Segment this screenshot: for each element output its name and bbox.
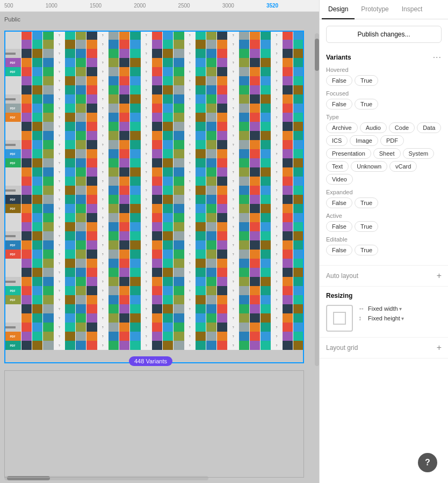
variant-group-focused: Focused False True xyxy=(326,90,442,109)
variant-label-type: Type xyxy=(326,114,442,120)
pill-expanded-false[interactable]: False xyxy=(326,197,352,208)
pill-type-data[interactable]: Data xyxy=(417,122,441,133)
ruler-mark: 2000 xyxy=(134,3,146,9)
auto-layout-header: Auto layout + xyxy=(326,271,442,281)
canvas-inner: ??????????????????PDF??????PDF??????????… xyxy=(4,31,304,350)
variant-group-hovered: Hovered False True xyxy=(326,67,442,86)
pill-type-unknown[interactable]: Unknown xyxy=(351,161,387,172)
variant-pills-focused: False True xyxy=(326,99,442,109)
pill-type-system[interactable]: System xyxy=(403,148,435,159)
ruler-mark: 1500 xyxy=(90,3,102,9)
layout-grid-title: Layout grid xyxy=(326,344,358,352)
horizontal-scrollbar-thumb[interactable] xyxy=(7,476,50,480)
variant-group-type: Type Archive Audio Code Data ICS Image P… xyxy=(326,114,442,185)
pill-type-audio[interactable]: Audio xyxy=(360,122,387,133)
bottom-frame-border xyxy=(4,370,304,478)
ruler-mark: 1000 xyxy=(46,3,57,9)
tab-inspect[interactable]: Inspect xyxy=(395,0,429,19)
variant-pills-hovered: False True xyxy=(326,75,442,86)
variants-badge: 448 Variants xyxy=(129,356,172,366)
ruler-mark: 500 xyxy=(4,3,13,9)
variant-pills-active: False True xyxy=(326,221,442,232)
ruler-mark-accent: 3520 xyxy=(266,3,278,9)
pill-editable-true[interactable]: True xyxy=(355,245,378,255)
ruler: 500 1000 1500 2000 2500 3000 3520 xyxy=(0,0,319,12)
resizing-title: Resizing xyxy=(326,292,442,299)
public-label: Public xyxy=(4,16,20,23)
publish-button[interactable]: Publish changes... xyxy=(326,26,442,43)
ruler-mark: 2500 xyxy=(178,3,190,9)
ruler-mark: 3000 xyxy=(222,3,234,9)
variant-label-hovered: Hovered xyxy=(326,67,442,73)
variant-group-active: Active False True xyxy=(326,213,442,232)
resizing-content: ↔ Fixed width ▾ ↕ Fixed height ▾ xyxy=(326,305,442,332)
resize-row-height: ↕ Fixed height ▾ xyxy=(358,314,442,322)
layout-grid-add-icon[interactable]: + xyxy=(437,343,442,353)
pill-type-image[interactable]: Image xyxy=(350,135,378,146)
variant-label-expanded: Expanded xyxy=(326,189,442,195)
resize-preview-box xyxy=(326,305,353,332)
pill-expanded-true[interactable]: True xyxy=(355,197,378,208)
right-panel: Design Prototype Inspect Publish changes… xyxy=(319,0,448,483)
variant-label-focused: Focused xyxy=(326,90,442,97)
horizontal-scrollbar[interactable] xyxy=(4,476,208,480)
pill-active-true[interactable]: True xyxy=(355,221,378,232)
variants-title: Variants xyxy=(326,54,351,61)
fixed-height-dropdown[interactable]: Fixed height ▾ xyxy=(368,315,404,321)
variant-pills-expanded: False True xyxy=(326,197,442,208)
fixed-height-chevron: ▾ xyxy=(401,316,404,321)
variants-section: Variants ··· Hovered False True Focused … xyxy=(320,47,448,266)
layout-grid-header: Layout grid + xyxy=(326,343,442,353)
auto-layout-add-icon[interactable]: + xyxy=(437,271,442,281)
resize-width-icon: ↔ xyxy=(358,305,366,312)
variant-pills-editable: False True xyxy=(326,245,442,255)
variant-group-editable: Editable False True xyxy=(326,236,442,255)
auto-layout-title: Auto layout xyxy=(326,272,358,280)
variants-header: Variants ··· xyxy=(326,53,442,62)
fixed-width-dropdown[interactable]: Fixed width ▾ xyxy=(368,305,402,312)
pill-editable-false[interactable]: False xyxy=(326,245,352,255)
pill-type-pdf[interactable]: PDF xyxy=(380,135,404,146)
resize-inner-box xyxy=(333,312,346,325)
pill-type-code[interactable]: Code xyxy=(389,122,415,133)
resize-row-width: ↔ Fixed width ▾ xyxy=(358,305,442,312)
canvas-content: Public ??????????????????PDF??????PDF???… xyxy=(0,12,319,483)
variant-group-expanded: Expanded False True xyxy=(326,189,442,208)
variants-menu-icon[interactable]: ··· xyxy=(433,53,442,62)
tab-design[interactable]: Design xyxy=(322,0,355,19)
pill-type-video[interactable]: Video xyxy=(326,174,353,185)
pill-type-presentation[interactable]: Presentation xyxy=(326,148,371,159)
variant-pills-type: Archive Audio Code Data ICS Image PDF Pr… xyxy=(326,122,442,185)
pill-type-sheet[interactable]: Sheet xyxy=(373,148,401,159)
pill-hovered-false[interactable]: False xyxy=(326,75,352,86)
vertical-scrollbar[interactable] xyxy=(315,33,319,366)
canvas-area: 500 1000 1500 2000 2500 3000 3520 Public… xyxy=(0,0,319,483)
pill-focused-false[interactable]: False xyxy=(326,99,352,109)
variant-label-active: Active xyxy=(326,213,442,219)
resize-options: ↔ Fixed width ▾ ↕ Fixed height ▾ xyxy=(358,305,442,322)
fixed-width-label: Fixed width xyxy=(368,305,398,312)
vertical-scrollbar-thumb[interactable] xyxy=(315,39,319,71)
resize-height-icon: ↕ xyxy=(358,314,366,322)
pill-type-vcard[interactable]: vCard xyxy=(389,161,417,172)
fixed-width-chevron: ▾ xyxy=(399,306,402,312)
pill-type-archive[interactable]: Archive xyxy=(326,122,358,133)
layout-grid-section: Layout grid + xyxy=(320,338,448,358)
resizing-section: Resizing ↔ Fixed width ▾ ↕ Fixed height xyxy=(320,287,448,338)
pill-active-false[interactable]: False xyxy=(326,221,352,232)
fixed-height-label: Fixed height xyxy=(368,315,400,321)
help-button[interactable]: ? xyxy=(418,453,437,472)
variant-label-editable: Editable xyxy=(326,236,442,243)
panel-tabs: Design Prototype Inspect xyxy=(320,0,448,19)
auto-layout-section: Auto layout + xyxy=(320,266,448,287)
pill-focused-true[interactable]: True xyxy=(355,99,378,109)
pill-type-text[interactable]: Text xyxy=(326,161,349,172)
pill-type-ics[interactable]: ICS xyxy=(326,135,348,146)
pill-hovered-true[interactable]: True xyxy=(355,75,378,86)
tab-prototype[interactable]: Prototype xyxy=(355,0,395,19)
